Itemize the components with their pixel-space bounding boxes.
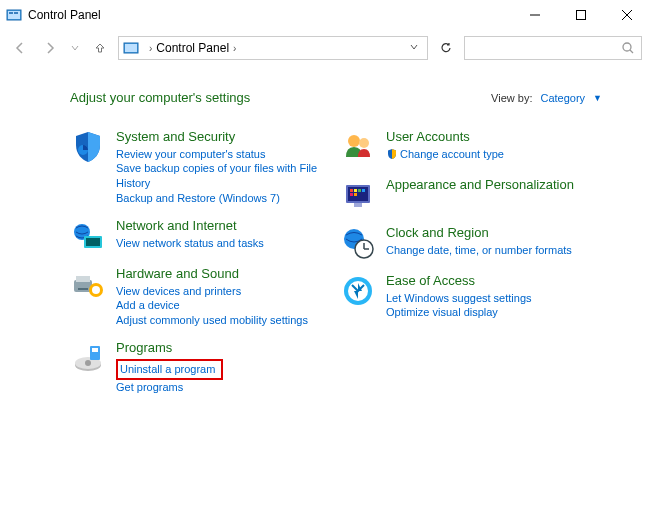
svg-rect-25	[92, 348, 98, 352]
shield-icon[interactable]	[70, 129, 106, 165]
control-panel-icon	[6, 7, 22, 23]
programs-icon[interactable]	[70, 340, 106, 376]
task-link[interactable]: Adjust commonly used mobility settings	[116, 313, 308, 328]
recent-locations-button[interactable]	[68, 36, 82, 60]
svg-rect-32	[358, 189, 361, 192]
category-name[interactable]: Programs	[116, 340, 223, 356]
svg-rect-5	[577, 11, 586, 20]
breadcrumb-root[interactable]: Control Panel	[156, 41, 229, 55]
svg-point-20	[92, 286, 100, 294]
svg-rect-36	[354, 203, 362, 207]
window-title: Control Panel	[28, 8, 512, 22]
chevron-right-icon[interactable]: ›	[233, 43, 236, 54]
view-by-control[interactable]: View by: Category ▼	[491, 92, 602, 104]
ease-icon[interactable]	[340, 273, 376, 309]
task-link[interactable]: Backup and Restore (Windows 7)	[116, 191, 322, 206]
task-link[interactable]: Let Windows suggest settings	[386, 291, 532, 306]
svg-rect-30	[350, 189, 353, 192]
up-button[interactable]	[88, 36, 112, 60]
category-name[interactable]: Ease of Access	[386, 273, 532, 289]
svg-rect-35	[354, 193, 357, 196]
svg-rect-9	[125, 44, 137, 52]
category: User AccountsChange account type	[340, 129, 592, 165]
network-icon[interactable]	[70, 218, 106, 254]
svg-rect-2	[9, 12, 13, 14]
svg-line-11	[630, 50, 633, 53]
back-button[interactable]	[8, 36, 32, 60]
task-link[interactable]: Change account type	[386, 147, 504, 162]
category: System and SecurityReview your computer'…	[70, 129, 322, 206]
category-name[interactable]: Clock and Region	[386, 225, 572, 241]
close-button[interactable]	[604, 0, 650, 30]
svg-point-23	[85, 360, 91, 366]
refresh-button[interactable]	[434, 36, 458, 60]
category: Network and InternetView network status …	[70, 218, 322, 254]
category: Appearance and Personalization	[340, 177, 592, 213]
maximize-button[interactable]	[558, 0, 604, 30]
task-link[interactable]: View network status and tasks	[116, 236, 264, 251]
page-title: Adjust your computer's settings	[70, 90, 250, 105]
task-link[interactable]: Change date, time, or number formats	[386, 243, 572, 258]
svg-rect-33	[362, 189, 365, 192]
content-area: Adjust your computer's settings View by:…	[0, 66, 650, 404]
navigation-bar: › Control Panel ›	[0, 30, 650, 66]
task-link[interactable]: Review your computer's status	[116, 147, 322, 162]
category: Ease of AccessLet Windows suggest settin…	[340, 273, 592, 320]
chevron-right-icon[interactable]: ›	[149, 43, 152, 54]
search-icon	[621, 41, 635, 55]
svg-rect-17	[76, 276, 90, 282]
task-link[interactable]: Add a device	[116, 298, 308, 313]
svg-rect-31	[354, 189, 357, 192]
category-name[interactable]: System and Security	[116, 129, 322, 145]
appearance-icon[interactable]	[340, 177, 376, 213]
svg-rect-15	[86, 238, 100, 246]
task-link[interactable]: Save backup copies of your files with Fi…	[116, 161, 322, 191]
clock-icon[interactable]	[340, 225, 376, 261]
svg-rect-3	[14, 12, 18, 14]
svg-rect-34	[350, 193, 353, 196]
view-by-label: View by:	[491, 92, 532, 104]
highlighted-task: Uninstall a program	[116, 359, 223, 380]
category-name[interactable]: Appearance and Personalization	[386, 177, 574, 193]
minimize-button[interactable]	[512, 0, 558, 30]
svg-point-26	[348, 135, 360, 147]
users-icon[interactable]	[340, 129, 376, 165]
hardware-icon[interactable]	[70, 266, 106, 302]
forward-button[interactable]	[38, 36, 62, 60]
address-dropdown-button[interactable]	[405, 41, 423, 55]
title-bar: Control Panel	[0, 0, 650, 30]
task-link[interactable]: View devices and printers	[116, 284, 308, 299]
category-name[interactable]: Network and Internet	[116, 218, 264, 234]
search-input[interactable]	[464, 36, 642, 60]
control-panel-icon	[123, 40, 139, 56]
category-name[interactable]: User Accounts	[386, 129, 504, 145]
task-link[interactable]: Uninstall a program	[120, 363, 215, 375]
chevron-down-icon: ▼	[593, 93, 602, 103]
category: Hardware and SoundView devices and print…	[70, 266, 322, 328]
task-link[interactable]: Get programs	[116, 380, 223, 395]
address-bar[interactable]: › Control Panel ›	[118, 36, 428, 60]
category: ProgramsUninstall a programGet programs	[70, 340, 322, 394]
svg-point-27	[359, 138, 369, 148]
svg-point-10	[623, 43, 631, 51]
svg-rect-18	[78, 288, 88, 290]
category-name[interactable]: Hardware and Sound	[116, 266, 308, 282]
category: Clock and RegionChange date, time, or nu…	[340, 225, 592, 261]
view-by-mode[interactable]: Category	[540, 92, 585, 104]
task-link[interactable]: Optimize visual display	[386, 305, 532, 320]
